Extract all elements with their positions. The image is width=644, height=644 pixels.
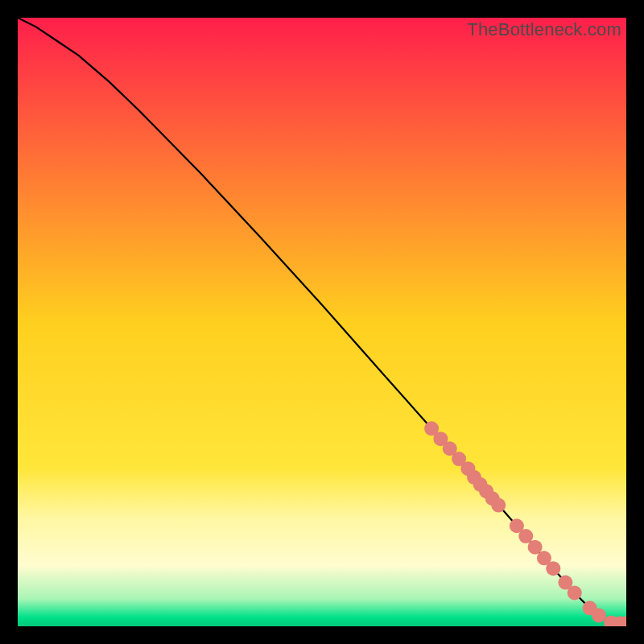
data-point [491, 498, 506, 513]
watermark-text: TheBottleneck.com [467, 19, 621, 40]
chart-frame: TheBottleneck.com [18, 18, 626, 626]
data-point [568, 585, 582, 600]
gradient-background [18, 18, 626, 626]
data-point [546, 561, 560, 576]
chart-canvas [18, 18, 626, 626]
data-point [592, 608, 606, 622]
